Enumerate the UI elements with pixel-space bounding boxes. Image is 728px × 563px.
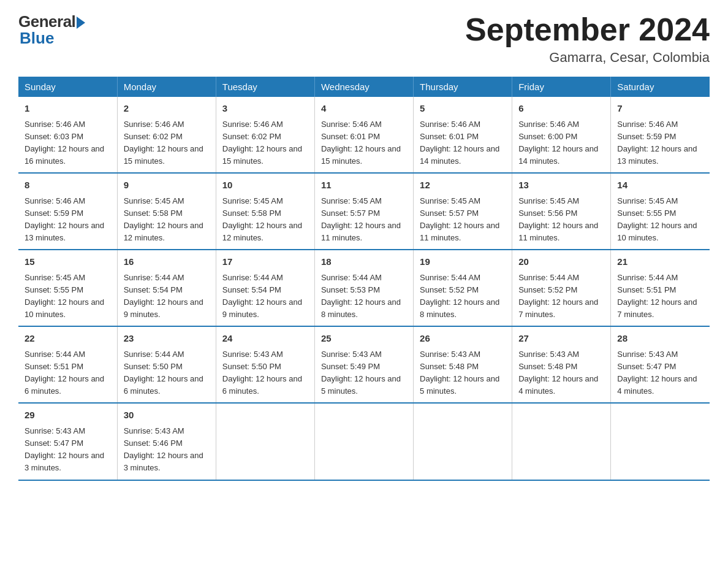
day-info: Sunrise: 5:46 AMSunset: 5:59 PMDaylight:… — [25, 195, 111, 245]
day-number: 16 — [124, 255, 210, 269]
calendar-cell: 1Sunrise: 5:46 AMSunset: 6:03 PMDaylight… — [18, 97, 117, 173]
day-number: 23 — [124, 332, 210, 346]
calendar-cell: 22Sunrise: 5:44 AMSunset: 5:51 PMDayligh… — [18, 326, 117, 403]
calendar-cell: 2Sunrise: 5:46 AMSunset: 6:02 PMDaylight… — [117, 97, 216, 173]
calendar-cell: 9Sunrise: 5:45 AMSunset: 5:58 PMDaylight… — [117, 173, 216, 250]
page-title: September 2024 — [465, 12, 710, 47]
day-number: 2 — [124, 102, 210, 116]
day-info: Sunrise: 5:46 AMSunset: 6:02 PMDaylight:… — [124, 118, 210, 168]
calendar-cell — [611, 403, 710, 480]
day-number: 7 — [617, 102, 703, 116]
day-number: 13 — [518, 178, 604, 193]
calendar-cell: 20Sunrise: 5:44 AMSunset: 5:52 PMDayligh… — [512, 250, 611, 326]
day-info: Sunrise: 5:46 AMSunset: 6:00 PMDaylight:… — [518, 118, 604, 168]
calendar-header-saturday: Saturday — [611, 77, 710, 97]
calendar-cell: 10Sunrise: 5:45 AMSunset: 5:58 PMDayligh… — [216, 173, 314, 250]
calendar-cell: 30Sunrise: 5:43 AMSunset: 5:46 PMDayligh… — [117, 403, 216, 480]
day-number: 29 — [25, 408, 111, 423]
calendar-cell: 28Sunrise: 5:43 AMSunset: 5:47 PMDayligh… — [611, 326, 710, 403]
day-info: Sunrise: 5:45 AMSunset: 5:55 PMDaylight:… — [617, 195, 703, 245]
calendar-week-row: 22Sunrise: 5:44 AMSunset: 5:51 PMDayligh… — [18, 326, 710, 403]
calendar-cell: 11Sunrise: 5:45 AMSunset: 5:57 PMDayligh… — [314, 173, 413, 250]
day-info: Sunrise: 5:45 AMSunset: 5:57 PMDaylight:… — [321, 195, 407, 245]
calendar-header-sunday: Sunday — [18, 77, 117, 97]
page-subtitle: Gamarra, Cesar, Colombia — [465, 50, 710, 66]
calendar-cell: 26Sunrise: 5:43 AMSunset: 5:48 PMDayligh… — [414, 326, 512, 403]
calendar-cell — [414, 403, 512, 480]
day-number: 12 — [420, 178, 506, 193]
day-info: Sunrise: 5:43 AMSunset: 5:48 PMDaylight:… — [518, 348, 604, 398]
day-info: Sunrise: 5:43 AMSunset: 5:47 PMDaylight:… — [617, 348, 703, 398]
logo-blue-text: Blue — [20, 29, 54, 48]
calendar-cell: 16Sunrise: 5:44 AMSunset: 5:54 PMDayligh… — [117, 250, 216, 326]
calendar-cell: 14Sunrise: 5:45 AMSunset: 5:55 PMDayligh… — [611, 173, 710, 250]
day-number: 9 — [124, 178, 210, 193]
calendar-header-thursday: Thursday — [414, 77, 512, 97]
calendar-cell: 6Sunrise: 5:46 AMSunset: 6:00 PMDaylight… — [512, 97, 611, 173]
day-number: 17 — [222, 255, 308, 269]
calendar-header-monday: Monday — [117, 77, 216, 97]
day-number: 10 — [222, 178, 308, 193]
day-info: Sunrise: 5:45 AMSunset: 5:57 PMDaylight:… — [420, 195, 506, 245]
day-info: Sunrise: 5:44 AMSunset: 5:51 PMDaylight:… — [25, 348, 111, 398]
day-info: Sunrise: 5:46 AMSunset: 6:03 PMDaylight:… — [25, 118, 111, 168]
day-number: 15 — [25, 255, 111, 269]
calendar-week-row: 29Sunrise: 5:43 AMSunset: 5:47 PMDayligh… — [18, 403, 710, 480]
day-number: 1 — [25, 102, 111, 116]
day-number: 22 — [25, 332, 111, 346]
day-info: Sunrise: 5:45 AMSunset: 5:55 PMDaylight:… — [25, 272, 111, 321]
day-number: 11 — [321, 178, 407, 193]
calendar-cell: 13Sunrise: 5:45 AMSunset: 5:56 PMDayligh… — [512, 173, 611, 250]
calendar-cell: 3Sunrise: 5:46 AMSunset: 6:02 PMDaylight… — [216, 97, 314, 173]
day-number: 18 — [321, 255, 407, 269]
day-number: 4 — [321, 102, 407, 116]
day-number: 19 — [420, 255, 506, 269]
day-info: Sunrise: 5:46 AMSunset: 5:59 PMDaylight:… — [617, 118, 703, 168]
day-info: Sunrise: 5:43 AMSunset: 5:49 PMDaylight:… — [321, 348, 407, 398]
day-info: Sunrise: 5:44 AMSunset: 5:54 PMDaylight:… — [124, 272, 210, 321]
day-info: Sunrise: 5:43 AMSunset: 5:50 PMDaylight:… — [222, 348, 308, 398]
day-info: Sunrise: 5:45 AMSunset: 5:56 PMDaylight:… — [518, 195, 604, 245]
calendar-week-row: 15Sunrise: 5:45 AMSunset: 5:55 PMDayligh… — [18, 250, 710, 326]
day-info: Sunrise: 5:44 AMSunset: 5:52 PMDaylight:… — [420, 272, 506, 321]
day-number: 8 — [25, 178, 111, 193]
day-info: Sunrise: 5:46 AMSunset: 6:01 PMDaylight:… — [420, 118, 506, 168]
calendar-cell: 19Sunrise: 5:44 AMSunset: 5:52 PMDayligh… — [414, 250, 512, 326]
calendar-cell: 25Sunrise: 5:43 AMSunset: 5:49 PMDayligh… — [314, 326, 413, 403]
calendar-cell: 7Sunrise: 5:46 AMSunset: 5:59 PMDaylight… — [611, 97, 710, 173]
calendar-cell: 21Sunrise: 5:44 AMSunset: 5:51 PMDayligh… — [611, 250, 710, 326]
calendar-cell — [512, 403, 611, 480]
day-number: 28 — [617, 332, 703, 346]
day-info: Sunrise: 5:44 AMSunset: 5:52 PMDaylight:… — [518, 272, 604, 321]
calendar-cell: 24Sunrise: 5:43 AMSunset: 5:50 PMDayligh… — [216, 326, 314, 403]
calendar-cell: 12Sunrise: 5:45 AMSunset: 5:57 PMDayligh… — [414, 173, 512, 250]
calendar-header-tuesday: Tuesday — [216, 77, 314, 97]
day-number: 5 — [420, 102, 506, 116]
day-info: Sunrise: 5:45 AMSunset: 5:58 PMDaylight:… — [124, 195, 210, 245]
day-info: Sunrise: 5:44 AMSunset: 5:50 PMDaylight:… — [124, 348, 210, 398]
calendar-cell: 29Sunrise: 5:43 AMSunset: 5:47 PMDayligh… — [18, 403, 117, 480]
day-number: 27 — [518, 332, 604, 346]
logo-triangle-icon — [77, 17, 85, 29]
calendar-header-wednesday: Wednesday — [314, 77, 413, 97]
calendar-header-row: SundayMondayTuesdayWednesdayThursdayFrid… — [18, 77, 710, 97]
day-number: 30 — [124, 408, 210, 423]
day-info: Sunrise: 5:46 AMSunset: 6:02 PMDaylight:… — [222, 118, 308, 168]
calendar-cell: 18Sunrise: 5:44 AMSunset: 5:53 PMDayligh… — [314, 250, 413, 326]
page-header: General Blue September 2024 Gamarra, Ces… — [18, 12, 710, 66]
day-number: 25 — [321, 332, 407, 346]
calendar-header-friday: Friday — [512, 77, 611, 97]
day-number: 3 — [222, 102, 308, 116]
day-number: 21 — [617, 255, 703, 269]
day-info: Sunrise: 5:44 AMSunset: 5:54 PMDaylight:… — [222, 272, 308, 321]
day-number: 26 — [420, 332, 506, 346]
title-block: September 2024 Gamarra, Cesar, Colombia — [465, 12, 710, 66]
calendar-cell: 23Sunrise: 5:44 AMSunset: 5:50 PMDayligh… — [117, 326, 216, 403]
day-info: Sunrise: 5:45 AMSunset: 5:58 PMDaylight:… — [222, 195, 308, 245]
calendar-cell: 5Sunrise: 5:46 AMSunset: 6:01 PMDaylight… — [414, 97, 512, 173]
calendar-cell: 27Sunrise: 5:43 AMSunset: 5:48 PMDayligh… — [512, 326, 611, 403]
day-info: Sunrise: 5:43 AMSunset: 5:47 PMDaylight:… — [25, 425, 111, 475]
day-info: Sunrise: 5:46 AMSunset: 6:01 PMDaylight:… — [321, 118, 407, 168]
day-number: 6 — [518, 102, 604, 116]
day-number: 24 — [222, 332, 308, 346]
